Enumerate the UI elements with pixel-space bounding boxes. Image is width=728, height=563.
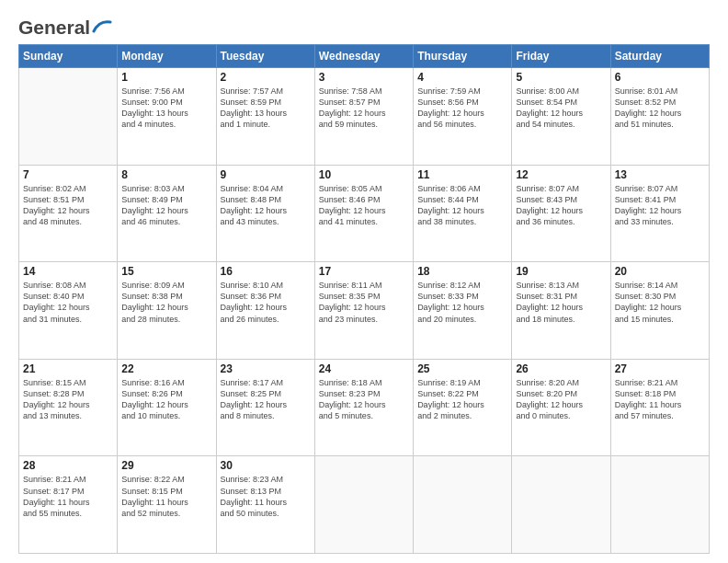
day-info: Sunrise: 8:02 AM Sunset: 8:51 PM Dayligh… (23, 183, 113, 228)
day-number: 26 (516, 362, 606, 375)
day-info: Sunrise: 8:01 AM Sunset: 8:52 PM Dayligh… (615, 86, 705, 131)
day-number: 24 (319, 362, 409, 375)
day-number: 5 (516, 71, 606, 84)
day-info: Sunrise: 8:04 AM Sunset: 8:48 PM Dayligh… (221, 183, 311, 228)
calendar-cell: 30Sunrise: 8:23 AM Sunset: 8:13 PM Dayli… (216, 456, 314, 554)
calendar-cell: 1Sunrise: 7:56 AM Sunset: 9:00 PM Daylig… (118, 68, 216, 166)
calendar-week-row: 14Sunrise: 8:08 AM Sunset: 8:40 PM Dayli… (19, 262, 710, 360)
calendar-cell: 27Sunrise: 8:21 AM Sunset: 8:18 PM Dayli… (610, 359, 709, 456)
day-number: 20 (615, 265, 705, 278)
day-number: 7 (23, 168, 113, 181)
calendar-cell: 24Sunrise: 8:18 AM Sunset: 8:23 PM Dayli… (314, 359, 413, 456)
logo: General (18, 17, 112, 35)
weekday-header-thursday: Thursday (414, 45, 512, 68)
header: General (18, 17, 710, 35)
day-number: 14 (23, 265, 113, 278)
calendar-cell (512, 456, 610, 554)
day-info: Sunrise: 8:17 AM Sunset: 8:25 PM Dayligh… (221, 377, 311, 422)
calendar-cell: 17Sunrise: 8:11 AM Sunset: 8:35 PM Dayli… (314, 262, 413, 360)
day-info: Sunrise: 7:58 AM Sunset: 8:57 PM Dayligh… (319, 86, 409, 131)
day-info: Sunrise: 7:56 AM Sunset: 9:00 PM Dayligh… (121, 86, 211, 131)
day-info: Sunrise: 8:12 AM Sunset: 8:33 PM Dayligh… (417, 280, 507, 325)
calendar-cell: 9Sunrise: 8:04 AM Sunset: 8:48 PM Daylig… (216, 165, 314, 262)
calendar-cell: 21Sunrise: 8:15 AM Sunset: 8:28 PM Dayli… (19, 359, 118, 456)
calendar-cell: 6Sunrise: 8:01 AM Sunset: 8:52 PM Daylig… (610, 68, 709, 166)
weekday-header-tuesday: Tuesday (216, 45, 314, 68)
calendar-week-row: 1Sunrise: 7:56 AM Sunset: 9:00 PM Daylig… (19, 68, 710, 166)
day-number: 28 (23, 459, 113, 472)
day-number: 2 (221, 71, 311, 84)
day-info: Sunrise: 8:19 AM Sunset: 8:22 PM Dayligh… (417, 377, 507, 422)
day-number: 21 (23, 362, 113, 375)
calendar-cell: 3Sunrise: 7:58 AM Sunset: 8:57 PM Daylig… (314, 68, 413, 166)
calendar-cell: 18Sunrise: 8:12 AM Sunset: 8:33 PM Dayli… (414, 262, 512, 360)
calendar-week-row: 28Sunrise: 8:21 AM Sunset: 8:17 PM Dayli… (19, 456, 710, 554)
calendar-cell: 29Sunrise: 8:22 AM Sunset: 8:15 PM Dayli… (118, 456, 216, 554)
day-info: Sunrise: 8:06 AM Sunset: 8:44 PM Dayligh… (417, 183, 507, 228)
calendar-cell: 2Sunrise: 7:57 AM Sunset: 8:59 PM Daylig… (216, 68, 314, 166)
day-number: 17 (319, 265, 409, 278)
day-info: Sunrise: 8:22 AM Sunset: 8:15 PM Dayligh… (121, 474, 211, 519)
day-number: 22 (121, 362, 211, 375)
calendar-cell: 10Sunrise: 8:05 AM Sunset: 8:46 PM Dayli… (314, 165, 413, 262)
day-info: Sunrise: 7:57 AM Sunset: 8:59 PM Dayligh… (221, 86, 311, 131)
day-info: Sunrise: 8:23 AM Sunset: 8:13 PM Dayligh… (221, 474, 311, 519)
calendar-cell: 13Sunrise: 8:07 AM Sunset: 8:41 PM Dayli… (610, 165, 709, 262)
weekday-header-wednesday: Wednesday (314, 45, 413, 68)
day-info: Sunrise: 8:14 AM Sunset: 8:30 PM Dayligh… (615, 280, 705, 325)
calendar-cell: 7Sunrise: 8:02 AM Sunset: 8:51 PM Daylig… (19, 165, 118, 262)
day-number: 10 (319, 168, 409, 181)
calendar-week-row: 7Sunrise: 8:02 AM Sunset: 8:51 PM Daylig… (19, 165, 710, 262)
day-number: 23 (221, 362, 311, 375)
weekday-header-saturday: Saturday (610, 45, 709, 68)
calendar-cell: 14Sunrise: 8:08 AM Sunset: 8:40 PM Dayli… (19, 262, 118, 360)
calendar-cell: 15Sunrise: 8:09 AM Sunset: 8:38 PM Dayli… (118, 262, 216, 360)
day-info: Sunrise: 8:08 AM Sunset: 8:40 PM Dayligh… (23, 280, 113, 325)
day-info: Sunrise: 8:16 AM Sunset: 8:26 PM Dayligh… (121, 377, 211, 422)
day-number: 13 (615, 168, 705, 181)
weekday-header-monday: Monday (118, 45, 216, 68)
day-number: 18 (417, 265, 507, 278)
day-number: 11 (417, 168, 507, 181)
weekday-header-row: SundayMondayTuesdayWednesdayThursdayFrid… (19, 45, 710, 68)
day-info: Sunrise: 8:13 AM Sunset: 8:31 PM Dayligh… (516, 280, 606, 325)
weekday-header-friday: Friday (512, 45, 610, 68)
day-number: 9 (221, 168, 311, 181)
calendar-table: SundayMondayTuesdayWednesdayThursdayFrid… (18, 44, 710, 554)
day-info: Sunrise: 8:09 AM Sunset: 8:38 PM Dayligh… (121, 280, 211, 325)
day-number: 27 (615, 362, 705, 375)
day-info: Sunrise: 8:20 AM Sunset: 8:20 PM Dayligh… (516, 377, 606, 422)
day-number: 6 (615, 71, 705, 84)
logo-general: General (18, 17, 90, 39)
page: General SundayMondayTuesdayWednesdayThur… (0, 0, 728, 563)
day-info: Sunrise: 8:05 AM Sunset: 8:46 PM Dayligh… (319, 183, 409, 228)
day-number: 15 (121, 265, 211, 278)
calendar-week-row: 21Sunrise: 8:15 AM Sunset: 8:28 PM Dayli… (19, 359, 710, 456)
day-number: 3 (319, 71, 409, 84)
day-info: Sunrise: 8:18 AM Sunset: 8:23 PM Dayligh… (319, 377, 409, 422)
day-info: Sunrise: 7:59 AM Sunset: 8:56 PM Dayligh… (417, 86, 507, 131)
day-info: Sunrise: 8:07 AM Sunset: 8:41 PM Dayligh… (615, 183, 705, 228)
calendar-cell: 5Sunrise: 8:00 AM Sunset: 8:54 PM Daylig… (512, 68, 610, 166)
calendar-cell: 25Sunrise: 8:19 AM Sunset: 8:22 PM Dayli… (414, 359, 512, 456)
calendar-cell: 23Sunrise: 8:17 AM Sunset: 8:25 PM Dayli… (216, 359, 314, 456)
day-info: Sunrise: 8:15 AM Sunset: 8:28 PM Dayligh… (23, 377, 113, 422)
day-number: 1 (121, 71, 211, 84)
calendar-cell (19, 68, 118, 166)
calendar-cell: 26Sunrise: 8:20 AM Sunset: 8:20 PM Dayli… (512, 359, 610, 456)
day-info: Sunrise: 8:03 AM Sunset: 8:49 PM Dayligh… (121, 183, 211, 228)
day-info: Sunrise: 8:21 AM Sunset: 8:18 PM Dayligh… (615, 377, 705, 422)
calendar-cell (610, 456, 709, 554)
day-number: 25 (417, 362, 507, 375)
logo-swoosh-icon (92, 18, 112, 33)
calendar-cell: 8Sunrise: 8:03 AM Sunset: 8:49 PM Daylig… (118, 165, 216, 262)
day-number: 30 (221, 459, 311, 472)
calendar-cell: 28Sunrise: 8:21 AM Sunset: 8:17 PM Dayli… (19, 456, 118, 554)
calendar-cell: 22Sunrise: 8:16 AM Sunset: 8:26 PM Dayli… (118, 359, 216, 456)
calendar-cell: 16Sunrise: 8:10 AM Sunset: 8:36 PM Dayli… (216, 262, 314, 360)
calendar-cell (314, 456, 413, 554)
calendar-cell: 12Sunrise: 8:07 AM Sunset: 8:43 PM Dayli… (512, 165, 610, 262)
day-info: Sunrise: 8:07 AM Sunset: 8:43 PM Dayligh… (516, 183, 606, 228)
calendar-cell: 20Sunrise: 8:14 AM Sunset: 8:30 PM Dayli… (610, 262, 709, 360)
day-number: 4 (417, 71, 507, 84)
